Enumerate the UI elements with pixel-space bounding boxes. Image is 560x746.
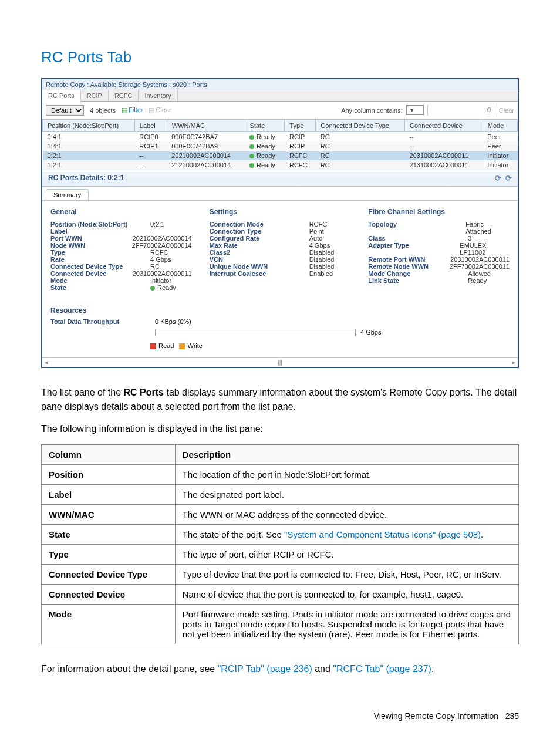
kv-value: 2FF70002AC000011 xyxy=(450,263,510,270)
cell: 20210002AC000014 xyxy=(167,151,245,160)
cell: 1:4:1 xyxy=(43,141,135,151)
paragraph-2: The following information is displayed i… xyxy=(41,422,519,436)
desc-row: PositionThe location of the port in Node… xyxy=(42,464,519,484)
kv-key: Rate xyxy=(50,256,150,263)
table-row[interactable]: 0:4:1RCIP0000E0C742BA7ReadyRCIPRC--Peer xyxy=(43,131,518,141)
cell: 000E0C742BA9 xyxy=(167,141,245,151)
desc-row: TypeThe type of port, either RCIP or RCF… xyxy=(42,544,519,564)
desc-col-text: Name of device that the port is connecte… xyxy=(175,584,518,604)
cell: -- xyxy=(405,131,483,141)
link-rcfc-tab[interactable]: "RCFC Tab" (page 237) xyxy=(333,664,431,674)
col-position[interactable]: Position (Node:Slot:Port) xyxy=(43,119,135,131)
refresh-icons[interactable]: ⟳ ⟳ xyxy=(495,174,512,183)
status-icon xyxy=(150,286,155,291)
resources-section: Resources Total Data Throughput 0 KBps (… xyxy=(42,298,518,357)
kv-value: 4 Gbps xyxy=(150,256,171,263)
desc-col-name: Connected Device xyxy=(42,584,176,604)
cell: 21210002AC000014 xyxy=(167,160,245,170)
desc-col-text: The location of the port in Node:Slot:Po… xyxy=(175,464,518,484)
clear-icon xyxy=(149,106,156,113)
tab-rc-ports[interactable]: RC Ports xyxy=(42,90,81,102)
kv-key: Type xyxy=(50,249,150,256)
kv-value: 2FF70002AC000014 xyxy=(132,242,192,249)
col-mode[interactable]: Mode xyxy=(483,119,517,131)
desc-row: WWN/MACThe WWN or MAC address of the con… xyxy=(42,504,519,524)
cell: RCIP xyxy=(285,141,316,151)
filter-button[interactable]: Filter xyxy=(122,106,143,114)
kv-key: Connection Mode xyxy=(210,221,309,228)
desc-col-name: Position xyxy=(42,464,176,484)
screenshot-container: Remote Copy : Available Storage Systems … xyxy=(41,78,519,368)
kv-value: Point xyxy=(309,228,324,235)
tab-inventory[interactable]: Inventory xyxy=(139,90,177,101)
page-footer: Viewing Remote Copy Information 235 xyxy=(41,711,519,721)
kv-value: Disabled xyxy=(309,249,335,256)
desc-col-name: Connected Device Type xyxy=(42,564,176,584)
tab-rcip[interactable]: RCIP xyxy=(81,90,109,101)
desc-row: Connected DeviceName of device that the … xyxy=(42,584,519,604)
kv-row: Connected Device20310002AC000011 xyxy=(50,270,192,277)
kv-key: Unique Node WWN xyxy=(210,263,309,270)
settings-heading: Settings xyxy=(210,208,351,216)
kv-row: Link StateReady xyxy=(368,277,510,284)
col-type[interactable]: Type xyxy=(285,119,316,131)
subtab-summary[interactable]: Summary xyxy=(46,189,89,200)
cell: RC xyxy=(316,131,405,141)
default-dropdown[interactable]: Default xyxy=(46,105,84,116)
page-title: RC Ports Tab xyxy=(41,48,519,66)
kv-value: 4 Gbps xyxy=(309,242,330,249)
desc-col-name: State xyxy=(42,524,176,544)
kv-key: Topology xyxy=(368,221,465,235)
clear-button[interactable]: Clear xyxy=(149,106,171,114)
scroll-bar[interactable]: ◄|||► xyxy=(42,357,518,367)
kv-value: -- xyxy=(150,228,154,235)
kv-key: Position (Node:Slot:Port) xyxy=(50,221,150,228)
table-row[interactable]: 0:2:1--20210002AC000014ReadyRCFCRC203100… xyxy=(43,151,518,160)
any-column-dropdown[interactable]: ▾ xyxy=(406,105,424,115)
kv-value: EMULEX LP11002 xyxy=(460,242,510,256)
link-rcip-tab[interactable]: "RCIP Tab" (page 236) xyxy=(218,664,312,674)
col-wwnmac[interactable]: WWN/MAC xyxy=(167,119,245,131)
desc-col-name: Label xyxy=(42,484,176,504)
col-connected-device[interactable]: Connected Device xyxy=(405,119,483,131)
kv-value: RCFC xyxy=(150,249,168,256)
kv-row: Max Rate4 Gbps xyxy=(210,242,351,249)
kv-key: Link State xyxy=(368,277,468,284)
cell: 21310002AC000011 xyxy=(405,160,483,170)
print-icon[interactable] xyxy=(487,106,491,114)
kv-key: Connection Type xyxy=(210,228,309,235)
kv-key: Port WWN xyxy=(50,235,133,242)
clear-filter-button[interactable]: Clear xyxy=(499,107,514,114)
col-label[interactable]: Label xyxy=(134,119,167,131)
tab-rcfc[interactable]: RCFC xyxy=(109,90,139,101)
kv-value: Disabled xyxy=(309,256,335,263)
desc-row: ModePort firmware mode setting. Ports in… xyxy=(42,604,519,644)
fibre-section: Fibre Channel Settings TopologyFabric At… xyxy=(368,208,510,291)
description-table: Column Description PositionThe location … xyxy=(41,444,519,644)
kv-value: Allowed xyxy=(468,270,491,277)
cell: Ready xyxy=(245,160,285,170)
col-connected-device-type[interactable]: Connected Device Type xyxy=(316,119,405,131)
kv-key: VCN xyxy=(210,256,309,263)
settings-section: Settings Connection ModeRCFCConnection T… xyxy=(210,208,351,291)
kv-value: 20310002AC000011 xyxy=(450,256,510,263)
kv-row: Mode ChangeAllowed xyxy=(368,270,510,277)
kv-row: Position (Node:Slot:Port)0:2:1 xyxy=(50,221,192,228)
legend-read: Read xyxy=(158,342,174,349)
details-title: RC Ports Details: 0:2:1 xyxy=(48,174,124,183)
kv-key: Remote Node WWN xyxy=(368,263,450,270)
cell: 0:4:1 xyxy=(43,131,135,141)
footer-label: Viewing Remote Copy Information xyxy=(374,711,498,721)
cell: 0:2:1 xyxy=(43,151,135,160)
table-row[interactable]: 1:2:1--21210002AC000014ReadyRCFCRC213100… xyxy=(43,160,518,170)
kv-value: RC xyxy=(150,263,160,270)
kv-value: 3 xyxy=(468,235,471,242)
doc-link[interactable]: "System and Component Status Icons" (pag… xyxy=(284,529,481,539)
cell: Initiator xyxy=(483,151,517,160)
cell: Ready xyxy=(245,151,285,160)
kv-row: Node WWN2FF70002AC000014 xyxy=(50,242,192,249)
col-state[interactable]: State xyxy=(245,119,285,131)
cell: RC xyxy=(316,141,405,151)
table-row[interactable]: 1:4:1RCIP1000E0C742BA9ReadyRCIPRC--Peer xyxy=(43,141,518,151)
cell: RCFC xyxy=(285,160,316,170)
